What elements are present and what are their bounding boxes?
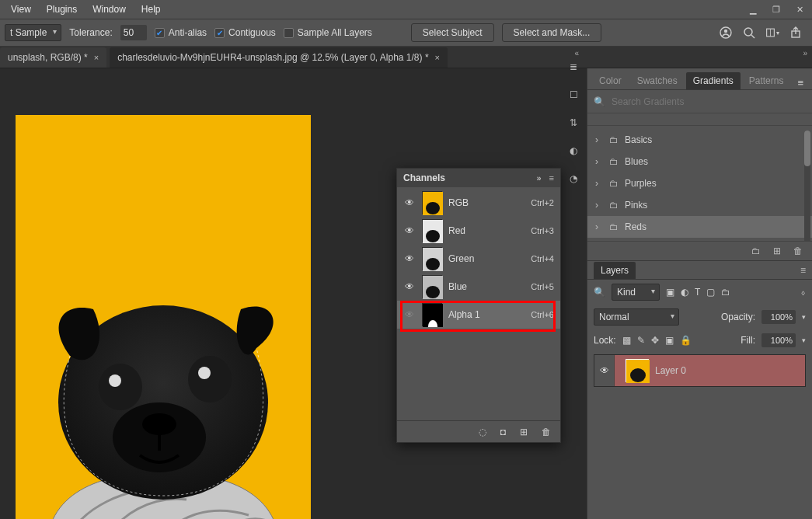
sliders-icon[interactable]: ⇅ (566, 115, 581, 131)
search-gradients-input[interactable] (610, 96, 806, 108)
gradient-folder-list: ›🗀Basics ›🗀Blues ›🗀Purples ›🗀Pinks ›🗀Red… (587, 126, 812, 241)
folder-pinks[interactable]: ›🗀Pinks (587, 194, 812, 216)
save-preset-icon[interactable]: 🗀 (751, 246, 761, 256)
document-tab-inactive[interactable]: unsplash, RGB/8) *× (0, 47, 106, 68)
folder-icon: 🗀 (609, 200, 619, 211)
folder-scrollbar[interactable] (804, 131, 810, 241)
svg-point-2 (744, 28, 752, 36)
tab-swatches[interactable]: Swatches (630, 72, 685, 89)
channel-alpha1[interactable]: 👁 Alpha 1 Ctrl+6 (397, 301, 560, 329)
folder-basics[interactable]: ›🗀Basics (587, 129, 812, 151)
svg-point-15 (630, 368, 646, 382)
pixel-filter-icon[interactable]: ▣ (666, 287, 674, 298)
channels-panel[interactable]: Channels » ≡ 👁 RGB Ctrl+2 👁 Red Ctrl+3 👁… (396, 168, 561, 443)
visibility-toggle-icon[interactable]: 👁 (403, 197, 416, 208)
blend-mode-select[interactable]: Normal (594, 308, 679, 326)
layer-name[interactable]: Layer 0 (655, 365, 686, 376)
shape-filter-icon[interactable]: ▢ (706, 287, 715, 298)
visibility-toggle-icon[interactable]: 👁 (403, 281, 416, 292)
brush-icon[interactable]: ◐ (566, 143, 581, 158)
delete-channel-icon[interactable]: 🗑 (542, 427, 551, 437)
delete-icon[interactable]: 🗑 (793, 246, 803, 256)
tab-color[interactable]: Color (592, 72, 629, 89)
type-filter-icon[interactable]: T (695, 287, 700, 298)
channel-rgb[interactable]: 👁 RGB Ctrl+2 (397, 189, 560, 217)
lock-all-icon[interactable]: 🔒 (680, 335, 692, 346)
fill-input[interactable] (761, 333, 796, 347)
adjustments-icon[interactable]: ≣ (566, 59, 581, 75)
channel-red[interactable]: 👁 Red Ctrl+3 (397, 217, 560, 245)
load-selection-icon[interactable]: ◌ (479, 427, 486, 437)
save-selection-icon[interactable]: ◘ (500, 427, 506, 437)
document-tab-active[interactable]: charlesdeluvio-Mv9hjnEUHR4-unsplash.jpg … (110, 47, 448, 68)
new-channel-icon[interactable]: ⊞ (520, 427, 528, 437)
menu-window[interactable]: Window (85, 0, 134, 19)
panel-menu-icon[interactable]: ≡ (800, 265, 806, 276)
close-icon[interactable]: × (435, 53, 440, 62)
channel-green[interactable]: 👁 Green Ctrl+4 (397, 245, 560, 273)
folder-icon: 🗀 (609, 134, 619, 145)
visibility-toggle-icon[interactable]: 👁 (594, 355, 615, 386)
folder-purples[interactable]: ›🗀Purples (587, 172, 812, 194)
layer-thumbnail[interactable] (626, 359, 649, 382)
visibility-toggle-icon[interactable]: 👁 (403, 253, 416, 264)
adjust-filter-icon[interactable]: ◐ (681, 287, 688, 298)
share-icon[interactable] (789, 26, 803, 40)
window-close-icon[interactable]: ✕ (789, 2, 810, 16)
panel-menu-icon[interactable]: ≡ (793, 75, 807, 89)
tab-layers[interactable]: Layers (594, 262, 636, 279)
collapse-icon[interactable]: » (536, 173, 541, 183)
tab-patterns[interactable]: Patterns (742, 72, 791, 89)
window-restore-icon[interactable]: ❐ (765, 2, 787, 16)
opacity-input[interactable] (761, 310, 796, 324)
folder-reds[interactable]: ›🗀Reds (587, 216, 812, 238)
libraries-icon[interactable]: ◔ (566, 171, 581, 186)
panel-menu-icon[interactable]: ≡ (549, 173, 554, 183)
gradient-panel-tabs: Color Swatches Gradients Patterns ≡ (587, 68, 812, 90)
svg-point-8 (99, 364, 142, 410)
fill-label: Fill: (741, 335, 755, 346)
filter-toggle-icon[interactable]: ⬨ (800, 287, 806, 298)
sample-select[interactable]: t Sample (5, 24, 61, 41)
lock-pixels-icon[interactable]: ✎ (637, 335, 645, 346)
tolerance-input[interactable] (120, 25, 147, 40)
expand-dock-icon[interactable]: » (803, 49, 807, 57)
tolerance-label: Tolerance: (69, 27, 112, 38)
document-tab-strip: unsplash, RGB/8) *× charlesdeluvio-Mv9hj… (0, 47, 812, 68)
tab-gradients[interactable]: Gradients (686, 72, 741, 89)
folder-blues[interactable]: ›🗀Blues (587, 151, 812, 172)
select-subject-button[interactable]: Select Subject (411, 23, 494, 42)
filter-kind-select[interactable]: Kind (612, 284, 660, 301)
document-canvas[interactable] (16, 115, 311, 519)
window-minimize-icon[interactable]: ▁ (742, 2, 764, 16)
channel-shortcut: Ctrl+6 (531, 310, 554, 319)
menu-view[interactable]: View (3, 0, 39, 19)
visibility-toggle-icon[interactable]: 👁 (403, 309, 416, 320)
sample-all-checkbox[interactable]: Sample All Layers (284, 27, 372, 38)
svg-point-17 (426, 202, 440, 214)
contiguous-checkbox[interactable]: ✔Contiguous (214, 27, 276, 38)
cloud-user-icon[interactable] (719, 26, 733, 40)
lock-artboard-icon[interactable]: ▣ (665, 335, 674, 346)
properties-icon[interactable]: ☐ (566, 87, 581, 103)
search-icon[interactable] (742, 26, 756, 40)
opacity-label: Opacity: (721, 312, 755, 322)
arrange-icon[interactable]: ▾ (765, 26, 779, 40)
menu-plugins[interactable]: Plugins (39, 0, 85, 19)
menu-bar: View Plugins Window Help ▁ ❐ ✕ (0, 0, 812, 19)
select-and-mask-button[interactable]: Select and Mask... (502, 23, 602, 42)
smart-filter-icon[interactable]: 🗀 (721, 287, 730, 298)
new-group-icon[interactable]: ⊞ (773, 246, 781, 256)
channel-shortcut: Ctrl+3 (531, 226, 554, 235)
visibility-toggle-icon[interactable]: 👁 (403, 225, 416, 236)
expand-strip-icon[interactable]: « (574, 49, 579, 57)
close-icon[interactable]: × (94, 53, 99, 62)
channel-thumbnail (422, 191, 442, 214)
anti-alias-checkbox[interactable]: ✔Anti-alias (155, 27, 207, 38)
channel-blue[interactable]: 👁 Blue Ctrl+5 (397, 273, 560, 301)
channel-shortcut: Ctrl+4 (531, 254, 554, 263)
layer-row-layer0[interactable]: 👁 Layer 0 (594, 354, 806, 387)
lock-transparent-icon[interactable]: ▩ (622, 335, 631, 346)
menu-help[interactable]: Help (134, 0, 169, 19)
lock-position-icon[interactable]: ✥ (651, 335, 659, 346)
